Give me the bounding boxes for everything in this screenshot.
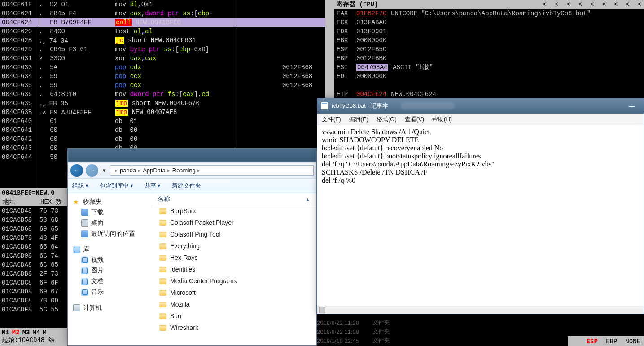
column-name[interactable]: 名称 bbox=[158, 195, 303, 203]
disasm-row[interactable]: 004CF624. E8 B7C9F4FFcall NEW.0041BFE0 bbox=[0, 18, 325, 27]
sidebar-item-desktop[interactable]: 桌面 bbox=[68, 218, 153, 228]
hex-row[interactable]: 01CACD7843 4F bbox=[0, 233, 67, 242]
reg-scroll-button[interactable]: < bbox=[566, 1, 570, 8]
hex-row[interactable]: 01CACDF85C 55 bbox=[0, 305, 67, 314]
hex-dump-pane[interactable]: 地址 HEX 数 01CACD4876 7301CACD5853 6801CAC… bbox=[0, 197, 67, 346]
breadcrumb-item[interactable]: AppData bbox=[143, 167, 166, 174]
minimize-button[interactable]: — bbox=[624, 103, 640, 109]
share-button[interactable]: 共享▼ bbox=[145, 182, 161, 190]
hex-m-label[interactable]: M bbox=[43, 329, 46, 336]
folder-item[interactable]: Microsoft bbox=[153, 287, 316, 298]
horizontal-scrollbar[interactable] bbox=[317, 306, 644, 314]
hex-m-label[interactable]: M4 bbox=[32, 329, 40, 336]
register-row[interactable]: EAX01E62F7CUNICODE "C:\Users\panda\AppDa… bbox=[334, 9, 644, 18]
nav-forward-button[interactable]: → bbox=[86, 164, 98, 177]
folder-item[interactable]: Wireshark bbox=[153, 322, 316, 333]
sidebar-computer[interactable]: 计算机 bbox=[68, 303, 153, 313]
notepad-text-area[interactable]: vssadmin Delete Shadows /All /Quiet wmic… bbox=[317, 125, 644, 306]
hex-row[interactable]: 01CACD4876 73 bbox=[0, 206, 67, 215]
hex-row[interactable]: 01CACD8865 64 bbox=[0, 242, 67, 251]
register-row[interactable]: EDI00000000 bbox=[334, 72, 644, 81]
sidebar-item-pictures[interactable]: 图片 bbox=[68, 265, 153, 276]
hex-row[interactable]: 01CACDE873 0D bbox=[0, 296, 67, 305]
reg-scroll-button[interactable]: < bbox=[602, 1, 605, 8]
column-sort-icon[interactable]: ▴ bbox=[303, 196, 312, 203]
folder-item[interactable]: Media Center Programs bbox=[153, 275, 316, 287]
reg-scroll-button[interactable]: < bbox=[578, 1, 582, 8]
menu-edit[interactable]: 编辑(E) bbox=[349, 115, 368, 123]
organize-button[interactable]: 组织▼ bbox=[72, 182, 89, 190]
breadcrumb-item[interactable]: panda bbox=[120, 167, 136, 174]
hex-row[interactable]: 01CACD6869 65 bbox=[0, 224, 67, 233]
hex-m-label[interactable]: M2 bbox=[12, 329, 20, 336]
folder-item[interactable]: Everything bbox=[153, 240, 316, 252]
disasm-row[interactable]: 004CF63B.ʌ E9 A884F3FFjmp NEW.00407AE8 bbox=[0, 108, 325, 117]
reg-scroll-button[interactable]: < bbox=[555, 1, 558, 8]
explorer-file-list[interactable]: 名称 ▴ BurpSuiteColasoft Packet PlayerCola… bbox=[153, 193, 316, 345]
registers-pane[interactable]: 寄存器 (FPU) <<<<<<<<< EAX01E62F7CUNICODE "… bbox=[334, 0, 644, 99]
disasm-row[interactable]: 004CF621. 8B45 F4mov eax,dword ptr ss:[e… bbox=[0, 9, 325, 18]
disasm-row[interactable]: 004CF634. 59pop ecx0012FB68 bbox=[0, 72, 325, 81]
sidebar-item-video[interactable]: 视频 bbox=[68, 254, 153, 265]
disasm-row[interactable]: 004CF62D. C645 F3 01mov byte ptr ss:[ebp… bbox=[0, 45, 325, 54]
disasm-row[interactable]: 004CF631> 33C0xor eax,eax bbox=[0, 54, 325, 63]
folder-item[interactable]: Colasoft Packet Player bbox=[153, 217, 316, 228]
breadcrumb-item[interactable]: Roaming bbox=[172, 167, 196, 174]
menu-help[interactable]: 帮助(H) bbox=[432, 115, 452, 123]
register-row[interactable] bbox=[334, 81, 644, 90]
sidebar-item-documents[interactable]: 文档 bbox=[68, 276, 153, 287]
menu-file[interactable]: 文件(F) bbox=[322, 115, 341, 123]
register-row[interactable]: EBP0012FBB0 bbox=[334, 54, 644, 63]
folder-item[interactable]: Mozilla bbox=[153, 298, 316, 310]
reg-scroll-button[interactable]: < bbox=[590, 1, 594, 8]
disasm-row[interactable]: 004CF61F. B2 01mov dl,0x1 bbox=[0, 0, 325, 9]
sidebar-item-music[interactable]: 音乐 bbox=[68, 287, 153, 298]
register-row[interactable]: EDX013F9901 bbox=[334, 27, 644, 36]
hex-row[interactable]: 01CACDD869 67 bbox=[0, 287, 67, 296]
menu-view[interactable]: 查看(V) bbox=[405, 115, 424, 123]
hex-m-label[interactable]: M1 bbox=[2, 329, 9, 336]
new-folder-button[interactable]: 新建文件夹 bbox=[172, 182, 201, 190]
sidebar-item-recent[interactable]: 最近访问的位置 bbox=[68, 228, 153, 239]
disasm-row[interactable]: 004CF636. 64:8910mov dword ptr fs:[eax],… bbox=[0, 90, 325, 99]
disasm-row[interactable]: 004CF641 00db 00 bbox=[0, 126, 325, 135]
hex-row[interactable]: 01CACD5853 68 bbox=[0, 215, 67, 224]
hex-row[interactable]: 01CACDC86F 6F bbox=[0, 278, 67, 287]
explorer-sidebar[interactable]: ★收藏夹 下载 桌面 最近访问的位置 库 视频 图片 文档 音乐 计算机 bbox=[68, 193, 153, 345]
menu-format[interactable]: 格式(O) bbox=[377, 115, 397, 123]
reg-scroll-button[interactable]: < bbox=[614, 1, 618, 8]
folder-item[interactable]: Identities bbox=[153, 263, 316, 275]
disasm-row[interactable]: 004CF639.ˬ EB 35jmp short NEW.004CF670 bbox=[0, 99, 325, 108]
register-row[interactable]: ECX013FABA0 bbox=[334, 18, 644, 27]
folder-item[interactable]: Sun bbox=[153, 310, 316, 322]
notepad-titlebar[interactable]: ivbTyCo8.bat - 记事本 — bbox=[317, 98, 644, 114]
disasm-row[interactable]: 004CF640 01db 01 bbox=[0, 117, 325, 126]
hex-row[interactable]: 01CACDB82F 73 bbox=[0, 269, 67, 278]
reg-scroll-button[interactable]: < bbox=[626, 1, 629, 8]
reg-scroll-button[interactable]: < bbox=[638, 1, 641, 8]
register-row[interactable]: ESI004708A4ASCII "h潄" bbox=[334, 63, 644, 72]
hex-row[interactable]: 01CACD986C 74 bbox=[0, 251, 67, 260]
disasm-row[interactable]: 004CF635. 59pop ecx0012FB68 bbox=[0, 81, 325, 90]
sidebar-favorites[interactable]: ★收藏夹 bbox=[68, 197, 153, 207]
explorer-window[interactable]: ← → ▾ ▸ panda ▸ AppData ▸ Roaming ▸ 组织▼ … bbox=[67, 148, 317, 346]
include-library-button[interactable]: 包含到库中▼ bbox=[100, 182, 134, 190]
disasm-row[interactable]: 004CF62B.ˬ 74 04je short NEW.004CF631 bbox=[0, 36, 325, 45]
nav-back-button[interactable]: ← bbox=[70, 164, 83, 177]
hex-row[interactable]: 01CACDA86C 65 bbox=[0, 260, 67, 269]
disasm-row[interactable]: 004CF629. 84C0test al,al bbox=[0, 27, 325, 36]
register-row[interactable]: EBX00000000 bbox=[334, 36, 644, 45]
hex-m-label[interactable]: M3 bbox=[22, 329, 30, 336]
register-row[interactable]: ESP0012FB5C bbox=[334, 45, 644, 54]
folder-item[interactable]: BurpSuite bbox=[153, 205, 316, 217]
folder-item[interactable]: Colasoft Ping Tool bbox=[153, 228, 316, 240]
register-row[interactable]: EIP004CF624NEW.004CF624 bbox=[334, 90, 644, 99]
explorer-titlebar[interactable] bbox=[68, 149, 316, 162]
sidebar-item-downloads[interactable]: 下载 bbox=[68, 207, 153, 218]
nav-history-dropdown[interactable]: ▾ bbox=[101, 167, 107, 174]
breadcrumb[interactable]: ▸ panda ▸ AppData ▸ Roaming ▸ bbox=[110, 165, 314, 176]
reg-scroll-button[interactable]: < bbox=[543, 1, 546, 8]
disasm-row[interactable]: 004CF642 00db 00 bbox=[0, 135, 325, 144]
folder-item[interactable]: Hex-Rays bbox=[153, 252, 316, 263]
sidebar-libraries[interactable]: 库 bbox=[68, 245, 153, 254]
